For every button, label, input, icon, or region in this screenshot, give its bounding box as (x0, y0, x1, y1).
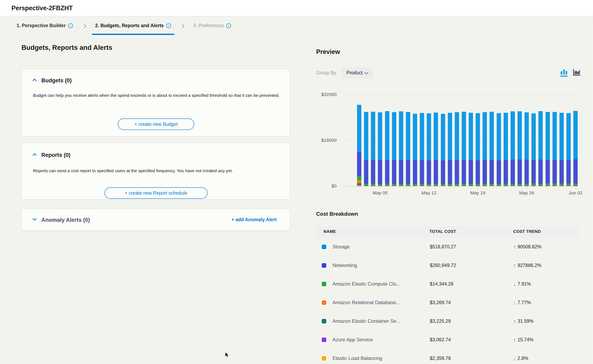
row-cost-trend: ↑31.59% (513, 318, 533, 324)
bar-segment (497, 113, 501, 160)
chart-bar (483, 112, 487, 186)
trend-up-arrow-icon: ↑ (513, 263, 516, 268)
add-anomaly-alert-link[interactable]: + add Anomaly Alert (232, 217, 277, 222)
chevron-down-icon (364, 71, 368, 74)
bar-segment (504, 160, 508, 184)
table-row: Azure App Service$3,062.74↑15.74% (316, 331, 579, 349)
group-by-select[interactable]: Product (341, 67, 373, 78)
chevron-down-icon[interactable] (32, 218, 37, 222)
row-total-cost: $14,344.28 (430, 281, 453, 287)
bar-segment (553, 160, 557, 183)
bar-segment (532, 160, 536, 184)
info-icon[interactable]: i (68, 23, 73, 28)
bar-segment (497, 160, 501, 184)
bar-segment (385, 160, 389, 184)
tab-perspective-builder[interactable]: 1. Perspective Builderi (17, 23, 73, 29)
tab-preferences[interactable]: 3. Preferencesi (193, 23, 231, 29)
info-icon[interactable]: i (226, 23, 231, 28)
info-icon[interactable]: i (166, 23, 171, 28)
bar-segment (573, 159, 578, 183)
tab-budgets-reports-and-alerts[interactable]: 2. Budgets, Reports and Alertsi (95, 23, 171, 29)
trend-down-arrow-icon: ↓ (513, 300, 516, 305)
chart-bar (406, 112, 410, 186)
chart-bar (455, 112, 459, 186)
group-by-label: Group By (316, 67, 336, 78)
y-axis-tick-label: $16000 (308, 138, 337, 143)
bar-segment (455, 112, 459, 160)
chart-bar (490, 112, 494, 186)
chart-bar (525, 112, 529, 186)
bar-segment (406, 112, 410, 160)
bar-segment (357, 183, 361, 185)
bar-segment (546, 160, 550, 184)
cost-breakdown-table: NAMETOTAL COSTCOST TREND Storage$518,870… (316, 226, 579, 364)
row-cost-trend: ↑927886.2% (513, 263, 541, 268)
bar-segment (511, 160, 515, 184)
trend-percent: 15.74% (518, 337, 533, 343)
reports-card: Reports (0) Reports can send a cost repo… (21, 143, 290, 200)
preview-title: Preview (316, 48, 340, 56)
chart-bar (392, 112, 396, 186)
x-axis-tick-label: May 12 (417, 190, 441, 196)
table-row: Amazon Elastic Container Se...$3,225.29↑… (316, 312, 579, 331)
chevron-up-icon[interactable] (32, 78, 37, 82)
series-color-chip (320, 262, 327, 269)
chart-bar (441, 114, 445, 186)
row-total-cost: $3,269.74 (430, 300, 451, 305)
table-row: Amazon Elastic Compute Clo...$14,344.28↓… (316, 275, 579, 293)
area-chart-icon[interactable] (573, 68, 581, 78)
bar-segment (427, 113, 431, 160)
y-axis-tick-label: $0 (308, 183, 337, 189)
chart-bar (413, 114, 417, 186)
bar-segment (546, 112, 550, 160)
bar-chart-icon[interactable] (560, 68, 568, 78)
chart-bar (560, 113, 564, 186)
row-name: Azure App Service (333, 337, 373, 343)
stacked-bar-chart (343, 95, 576, 186)
x-axis-tick (478, 187, 478, 189)
bar-segment (413, 160, 417, 184)
chart-bar (420, 113, 424, 186)
series-color-chip (320, 243, 327, 250)
bar-segment (378, 160, 382, 184)
chart-bar (462, 112, 466, 186)
x-axis-tick (429, 187, 429, 189)
anomaly-alerts-title: Anomaly Alerts (0) (41, 217, 90, 223)
y-axis-tick-label: $32000 (308, 92, 337, 97)
table-row: Storage$518,870.27↑90508.62% (316, 238, 579, 256)
bar-segment (504, 113, 508, 160)
bar-segment (399, 111, 403, 160)
series-color-chip (320, 299, 327, 306)
bar-segment (462, 112, 466, 160)
tab-label: 3. Preferences (193, 23, 224, 28)
row-cost-trend: ↑15.74% (513, 337, 533, 343)
bar-segment (392, 112, 396, 160)
trend-up-arrow-icon: ↑ (513, 318, 516, 324)
bar-segment (490, 160, 494, 184)
series-color-chip (320, 318, 327, 325)
row-cost-trend: ↓7.77% (513, 300, 531, 305)
group-by-value: Product (346, 70, 363, 76)
chevron-right-icon (82, 24, 87, 28)
row-cost-trend: ↑90508.62% (513, 244, 541, 250)
cost-breakdown-title: Cost Breakdown (316, 211, 358, 217)
chart-bar (364, 112, 368, 186)
x-axis-tick-label: May 19 (466, 190, 490, 196)
create-report-button[interactable]: + create new Report schedule (105, 187, 207, 199)
chart-bar (399, 111, 403, 186)
bar-segment (566, 113, 571, 160)
budgets-card: Budgets (0) Budget can help you receive … (21, 69, 290, 136)
bar-segment (357, 176, 361, 180)
bar-segment (364, 160, 368, 184)
chart-bar (434, 113, 438, 186)
bar-segment (357, 105, 361, 152)
chart-bar (538, 111, 543, 186)
bar-segment (483, 112, 487, 160)
bar-segment (518, 111, 522, 159)
create-budget-button[interactable]: + create new Budget (118, 118, 194, 130)
reports-description: Reports can send a cost report to specif… (33, 167, 284, 175)
bar-segment (420, 160, 424, 184)
row-total-cost: $260,949.72 (430, 263, 456, 268)
chevron-up-icon[interactable] (32, 153, 37, 157)
x-axis-tick (576, 187, 576, 189)
